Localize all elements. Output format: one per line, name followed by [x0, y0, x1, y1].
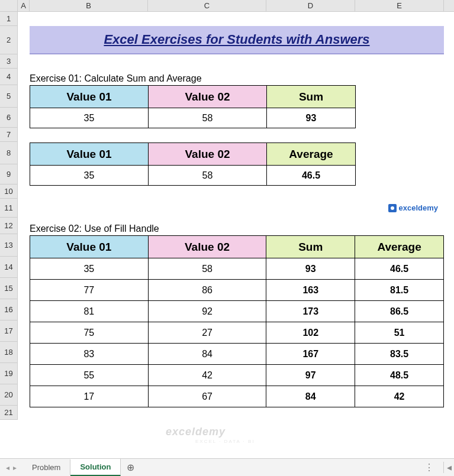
- row-header-19[interactable]: 19: [0, 363, 18, 384]
- ex01-header-value01[interactable]: Value 01: [30, 86, 149, 108]
- cell-value[interactable]: 84: [148, 344, 266, 365]
- ex02-header-average[interactable]: Average: [355, 236, 444, 258]
- cell-result-sum[interactable]: 102: [266, 322, 355, 344]
- row-header-4[interactable]: 4: [0, 69, 18, 85]
- cell-result-sum[interactable]: 93: [266, 258, 355, 280]
- row-header-3[interactable]: 3: [0, 54, 18, 69]
- cell-result-avg[interactable]: 81.5: [355, 280, 444, 301]
- table-row: 819217386.5: [30, 301, 444, 322]
- row-header-6[interactable]: 6: [0, 108, 18, 128]
- ex01-header-average[interactable]: Average: [267, 143, 356, 166]
- cell-value[interactable]: 58: [148, 258, 266, 280]
- row-header-2[interactable]: 2: [0, 26, 18, 54]
- cell-result-sum[interactable]: 93: [267, 108, 356, 128]
- cell-value[interactable]: 17: [30, 386, 149, 407]
- spreadsheet-grid: A B C D E 1 2 3 4 5 6 7 8 9 10 11 12 13 …: [0, 0, 454, 458]
- col-header-A[interactable]: A: [18, 0, 30, 11]
- tab-nav-group: ◂ ▸: [0, 464, 22, 472]
- tab-nav-next-icon[interactable]: ▸: [13, 464, 17, 472]
- col-header-E[interactable]: E: [355, 0, 444, 11]
- row-header-20[interactable]: 20: [0, 384, 18, 406]
- row-header-17[interactable]: 17: [0, 320, 18, 342]
- cell-value[interactable]: 92: [148, 301, 266, 322]
- row-header-1[interactable]: 1: [0, 12, 18, 26]
- cell-result-sum[interactable]: 84: [266, 386, 355, 407]
- cell-value[interactable]: 35: [30, 166, 149, 186]
- exercise-02-label: Exercise 02: Use of Fill Handle: [30, 219, 444, 235]
- sheet-tab-bar: ◂ ▸ Problem Solution ⊕ ⋮ ◂: [0, 458, 454, 476]
- col-header-B[interactable]: B: [30, 0, 148, 11]
- col-header-C[interactable]: C: [148, 0, 266, 11]
- cell-result-avg[interactable]: 86.5: [355, 301, 444, 322]
- exceldemy-logo: exceldemy: [388, 203, 439, 212]
- row-header-14[interactable]: 14: [0, 257, 18, 278]
- ex02-header-value02[interactable]: Value 02: [148, 236, 266, 258]
- row-header-10[interactable]: 10: [0, 184, 18, 199]
- row-header-13[interactable]: 13: [0, 234, 18, 257]
- page-title: Excel Exercises for Students with Answer…: [30, 26, 444, 54]
- row-header-16[interactable]: 16: [0, 299, 18, 320]
- exceldemy-icon: [388, 204, 397, 212]
- select-all-corner[interactable]: [0, 0, 18, 11]
- tab-problem[interactable]: Problem: [22, 459, 70, 475]
- exercise-02-table: Value 01 Value 02 Sum Average 35589346.5…: [30, 235, 444, 407]
- cell-value[interactable]: 55: [30, 365, 149, 386]
- exercise-01-avg-table: Value 01 Value 02 Average 35 58 46.5: [30, 143, 356, 186]
- table-row: 35589346.5: [30, 258, 444, 280]
- watermark-subtext: EXCEL · DATA · BI: [195, 439, 255, 444]
- cell-result-avg[interactable]: 42: [355, 386, 444, 407]
- row-header-5[interactable]: 5: [0, 85, 18, 108]
- cell-value[interactable]: 42: [148, 365, 266, 386]
- ex01-header-value01[interactable]: Value 01: [30, 143, 149, 166]
- row-header-21[interactable]: 21: [0, 406, 18, 420]
- cell-value[interactable]: 35: [30, 108, 149, 128]
- cell-result-sum[interactable]: 167: [266, 344, 355, 365]
- row-header-8[interactable]: 8: [0, 142, 18, 164]
- cells-content: Excel Exercises for Students with Answer…: [30, 12, 444, 407]
- ex01-header-value02[interactable]: Value 02: [149, 86, 267, 108]
- cell-value[interactable]: 86: [148, 280, 266, 301]
- cell-result-sum[interactable]: 97: [266, 365, 355, 386]
- row-header-15[interactable]: 15: [0, 278, 18, 299]
- cell-result-avg[interactable]: 51: [355, 322, 444, 344]
- cell-value[interactable]: 77: [30, 280, 149, 301]
- row-header-12[interactable]: 12: [0, 218, 18, 234]
- table-row: 55429748.5: [30, 365, 444, 386]
- tab-solution[interactable]: Solution: [70, 459, 121, 476]
- add-sheet-icon[interactable]: ⊕: [121, 462, 140, 473]
- watermark-text: exceldemy: [166, 426, 226, 438]
- tab-menu-icon[interactable]: ⋮: [416, 462, 443, 473]
- row-header-7[interactable]: 7: [0, 128, 18, 142]
- cell-value[interactable]: 83: [30, 344, 149, 365]
- ex01-header-sum[interactable]: Sum: [267, 86, 356, 108]
- tab-nav-prev-icon[interactable]: ◂: [6, 464, 9, 472]
- exercise-01-label: Exercise 01: Calculate Sum and Average: [30, 69, 444, 85]
- row-headers: 1 2 3 4 5 6 7 8 9 10 11 12 13 14 15 16 1…: [0, 12, 18, 420]
- table-row: 17678442: [30, 386, 444, 407]
- table-row: 778616381.5: [30, 280, 444, 301]
- cell-value[interactable]: 81: [30, 301, 149, 322]
- cell-result-sum[interactable]: 163: [266, 280, 355, 301]
- column-headers: A B C D E: [0, 0, 454, 12]
- scroll-left-icon[interactable]: ◂: [443, 462, 454, 473]
- cell-value[interactable]: 35: [30, 258, 149, 280]
- row-header-9[interactable]: 9: [0, 164, 18, 184]
- cell-result-avg[interactable]: 83.5: [355, 344, 444, 365]
- cell-value[interactable]: 58: [149, 166, 267, 186]
- cell-value[interactable]: 58: [149, 108, 267, 128]
- ex02-header-sum[interactable]: Sum: [266, 236, 355, 258]
- col-header-D[interactable]: D: [266, 0, 355, 11]
- exercise-01-sum-table: Value 01 Value 02 Sum 35 58 93: [30, 85, 356, 128]
- cell-result-avg[interactable]: 46.5: [267, 166, 356, 186]
- cell-result-avg[interactable]: 48.5: [355, 365, 444, 386]
- cell-value[interactable]: 27: [148, 322, 266, 344]
- cell-value[interactable]: 67: [148, 386, 266, 407]
- row-header-11[interactable]: 11: [0, 199, 18, 218]
- cell-value[interactable]: 75: [30, 322, 149, 344]
- cell-result-avg[interactable]: 46.5: [355, 258, 444, 280]
- table-row: 752710251: [30, 322, 444, 344]
- ex01-header-value02[interactable]: Value 02: [149, 143, 267, 166]
- row-header-18[interactable]: 18: [0, 342, 18, 363]
- cell-result-sum[interactable]: 173: [266, 301, 355, 322]
- ex02-header-value01[interactable]: Value 01: [30, 236, 149, 258]
